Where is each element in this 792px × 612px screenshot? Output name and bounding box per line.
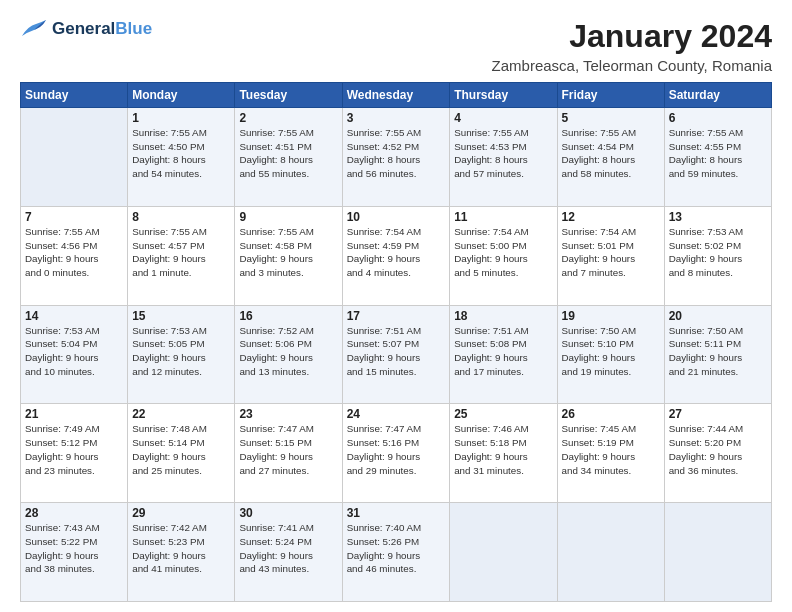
day-info: Sunrise: 7:48 AMSunset: 5:14 PMDaylight:… (132, 422, 230, 477)
day-number: 11 (454, 210, 552, 224)
day-info: Sunrise: 7:49 AMSunset: 5:12 PMDaylight:… (25, 422, 123, 477)
day-info: Sunrise: 7:54 AMSunset: 5:00 PMDaylight:… (454, 225, 552, 280)
table-row (557, 503, 664, 602)
day-number: 13 (669, 210, 767, 224)
table-row: 22Sunrise: 7:48 AMSunset: 5:14 PMDayligh… (128, 404, 235, 503)
table-row: 31Sunrise: 7:40 AMSunset: 5:26 PMDayligh… (342, 503, 450, 602)
table-row: 1Sunrise: 7:55 AMSunset: 4:50 PMDaylight… (128, 108, 235, 207)
subtitle: Zambreasca, Teleorman County, Romania (492, 57, 772, 74)
day-number: 3 (347, 111, 446, 125)
day-info: Sunrise: 7:46 AMSunset: 5:18 PMDaylight:… (454, 422, 552, 477)
day-number: 14 (25, 309, 123, 323)
day-info: Sunrise: 7:42 AMSunset: 5:23 PMDaylight:… (132, 521, 230, 576)
day-number: 8 (132, 210, 230, 224)
page: GeneralBlue January 2024 Zambreasca, Tel… (0, 0, 792, 612)
col-thursday: Thursday (450, 83, 557, 108)
day-number: 27 (669, 407, 767, 421)
table-row: 24Sunrise: 7:47 AMSunset: 5:16 PMDayligh… (342, 404, 450, 503)
day-number: 30 (239, 506, 337, 520)
day-info: Sunrise: 7:52 AMSunset: 5:06 PMDaylight:… (239, 324, 337, 379)
col-tuesday: Tuesday (235, 83, 342, 108)
table-row: 27Sunrise: 7:44 AMSunset: 5:20 PMDayligh… (664, 404, 771, 503)
day-info: Sunrise: 7:55 AMSunset: 4:57 PMDaylight:… (132, 225, 230, 280)
logo: GeneralBlue (20, 18, 152, 40)
main-title: January 2024 (492, 18, 772, 55)
day-number: 26 (562, 407, 660, 421)
table-row: 19Sunrise: 7:50 AMSunset: 5:10 PMDayligh… (557, 305, 664, 404)
table-row: 29Sunrise: 7:42 AMSunset: 5:23 PMDayligh… (128, 503, 235, 602)
day-info: Sunrise: 7:43 AMSunset: 5:22 PMDaylight:… (25, 521, 123, 576)
table-row: 6Sunrise: 7:55 AMSunset: 4:55 PMDaylight… (664, 108, 771, 207)
table-row: 21Sunrise: 7:49 AMSunset: 5:12 PMDayligh… (21, 404, 128, 503)
day-number: 2 (239, 111, 337, 125)
day-info: Sunrise: 7:55 AMSunset: 4:55 PMDaylight:… (669, 126, 767, 181)
table-row (664, 503, 771, 602)
day-number: 28 (25, 506, 123, 520)
day-number: 4 (454, 111, 552, 125)
day-info: Sunrise: 7:55 AMSunset: 4:53 PMDaylight:… (454, 126, 552, 181)
table-row: 3Sunrise: 7:55 AMSunset: 4:52 PMDaylight… (342, 108, 450, 207)
title-block: January 2024 Zambreasca, Teleorman Count… (492, 18, 772, 74)
day-number: 7 (25, 210, 123, 224)
day-info: Sunrise: 7:55 AMSunset: 4:50 PMDaylight:… (132, 126, 230, 181)
calendar-week-row: 7Sunrise: 7:55 AMSunset: 4:56 PMDaylight… (21, 206, 772, 305)
day-info: Sunrise: 7:50 AMSunset: 5:11 PMDaylight:… (669, 324, 767, 379)
table-row: 28Sunrise: 7:43 AMSunset: 5:22 PMDayligh… (21, 503, 128, 602)
day-info: Sunrise: 7:40 AMSunset: 5:26 PMDaylight:… (347, 521, 446, 576)
table-row: 13Sunrise: 7:53 AMSunset: 5:02 PMDayligh… (664, 206, 771, 305)
day-number: 16 (239, 309, 337, 323)
day-number: 15 (132, 309, 230, 323)
table-row: 4Sunrise: 7:55 AMSunset: 4:53 PMDaylight… (450, 108, 557, 207)
day-info: Sunrise: 7:51 AMSunset: 5:07 PMDaylight:… (347, 324, 446, 379)
table-row: 5Sunrise: 7:55 AMSunset: 4:54 PMDaylight… (557, 108, 664, 207)
table-row: 14Sunrise: 7:53 AMSunset: 5:04 PMDayligh… (21, 305, 128, 404)
day-info: Sunrise: 7:55 AMSunset: 4:51 PMDaylight:… (239, 126, 337, 181)
day-number: 5 (562, 111, 660, 125)
day-number: 19 (562, 309, 660, 323)
table-row: 23Sunrise: 7:47 AMSunset: 5:15 PMDayligh… (235, 404, 342, 503)
col-monday: Monday (128, 83, 235, 108)
day-info: Sunrise: 7:41 AMSunset: 5:24 PMDaylight:… (239, 521, 337, 576)
day-info: Sunrise: 7:53 AMSunset: 5:05 PMDaylight:… (132, 324, 230, 379)
calendar-header-row: Sunday Monday Tuesday Wednesday Thursday… (21, 83, 772, 108)
table-row: 30Sunrise: 7:41 AMSunset: 5:24 PMDayligh… (235, 503, 342, 602)
calendar-week-row: 1Sunrise: 7:55 AMSunset: 4:50 PMDaylight… (21, 108, 772, 207)
table-row: 18Sunrise: 7:51 AMSunset: 5:08 PMDayligh… (450, 305, 557, 404)
day-info: Sunrise: 7:55 AMSunset: 4:58 PMDaylight:… (239, 225, 337, 280)
table-row: 9Sunrise: 7:55 AMSunset: 4:58 PMDaylight… (235, 206, 342, 305)
calendar-table: Sunday Monday Tuesday Wednesday Thursday… (20, 82, 772, 602)
table-row (450, 503, 557, 602)
day-number: 22 (132, 407, 230, 421)
logo-icon (20, 18, 48, 40)
day-number: 12 (562, 210, 660, 224)
day-number: 9 (239, 210, 337, 224)
day-info: Sunrise: 7:54 AMSunset: 5:01 PMDaylight:… (562, 225, 660, 280)
day-number: 10 (347, 210, 446, 224)
day-info: Sunrise: 7:54 AMSunset: 4:59 PMDaylight:… (347, 225, 446, 280)
day-info: Sunrise: 7:45 AMSunset: 5:19 PMDaylight:… (562, 422, 660, 477)
day-info: Sunrise: 7:50 AMSunset: 5:10 PMDaylight:… (562, 324, 660, 379)
day-info: Sunrise: 7:53 AMSunset: 5:04 PMDaylight:… (25, 324, 123, 379)
calendar-week-row: 14Sunrise: 7:53 AMSunset: 5:04 PMDayligh… (21, 305, 772, 404)
table-row: 26Sunrise: 7:45 AMSunset: 5:19 PMDayligh… (557, 404, 664, 503)
header: GeneralBlue January 2024 Zambreasca, Tel… (20, 18, 772, 74)
day-number: 20 (669, 309, 767, 323)
logo-text: GeneralBlue (52, 20, 152, 39)
day-number: 17 (347, 309, 446, 323)
day-info: Sunrise: 7:53 AMSunset: 5:02 PMDaylight:… (669, 225, 767, 280)
calendar-week-row: 28Sunrise: 7:43 AMSunset: 5:22 PMDayligh… (21, 503, 772, 602)
day-info: Sunrise: 7:55 AMSunset: 4:54 PMDaylight:… (562, 126, 660, 181)
table-row: 17Sunrise: 7:51 AMSunset: 5:07 PMDayligh… (342, 305, 450, 404)
day-number: 6 (669, 111, 767, 125)
day-number: 29 (132, 506, 230, 520)
col-friday: Friday (557, 83, 664, 108)
day-info: Sunrise: 7:47 AMSunset: 5:16 PMDaylight:… (347, 422, 446, 477)
table-row: 20Sunrise: 7:50 AMSunset: 5:11 PMDayligh… (664, 305, 771, 404)
table-row: 8Sunrise: 7:55 AMSunset: 4:57 PMDaylight… (128, 206, 235, 305)
table-row: 16Sunrise: 7:52 AMSunset: 5:06 PMDayligh… (235, 305, 342, 404)
day-info: Sunrise: 7:55 AMSunset: 4:56 PMDaylight:… (25, 225, 123, 280)
table-row: 10Sunrise: 7:54 AMSunset: 4:59 PMDayligh… (342, 206, 450, 305)
table-row: 11Sunrise: 7:54 AMSunset: 5:00 PMDayligh… (450, 206, 557, 305)
day-info: Sunrise: 7:51 AMSunset: 5:08 PMDaylight:… (454, 324, 552, 379)
col-saturday: Saturday (664, 83, 771, 108)
